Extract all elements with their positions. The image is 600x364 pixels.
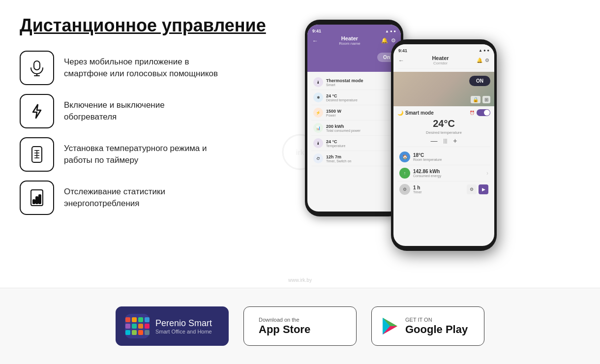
back-device-subtitle: Room name [339,41,360,46]
back-row-temp: ❄ 24 °C Desired temperature [311,90,397,105]
desired-temp-value: 24 °C [326,93,358,98]
timer-display-label: Timer [413,190,464,194]
back-gear-icon: ⚙ [391,37,396,44]
google-play-logo [381,317,399,335]
back-row-room-temp: 🌡 24 °C Temperature [311,136,397,151]
feature-icon-stats [20,181,54,215]
phone-back-screen: 9:41 ▲ ● ● ← Heater Room name 🔔 ⚙ [307,25,401,212]
front-temp-label: Desired temperature [397,130,490,135]
desired-temp-icon: ❄ [313,92,323,102]
front-screen-header: 9:41 ▲ ● ● ← Heater Corridor 🔔 ⚙ [393,44,494,72]
power-value: 1500 W [326,109,341,114]
front-body: 🌙 Smart mode ⏰ 24°C Desired temperature [393,106,494,200]
back-nav: ← Heater Room name 🔔 ⚙ [312,35,396,46]
clock-icon: ⏰ [470,111,475,115]
phone-back: 9:41 ▲ ● ● ← Heater Room name 🔔 ⚙ [305,20,403,216]
googleplay-text-area: GET IT ON Google Play [405,317,468,335]
smart-mode-toggle[interactable] [477,109,490,116]
perenio-icon-area [125,314,150,338]
timer-settings-button[interactable]: ⚙ [467,184,477,194]
power-label: Power [326,114,341,117]
feature-item-voice: Через мобильное приложение всмартфоне ил… [20,51,295,85]
front-room-image: ON 🔒 ⊞ [393,72,494,106]
chevron-right-icon: › [486,170,488,177]
timer-actions: ⚙ ▶ [467,184,488,194]
back-row-energy: 📊 200 kWh Total consumed power [311,121,397,136]
thermostat-label: Smart [326,83,363,87]
back-screen-body: 🌡 Thermostat mode Smart ❄ 24 °C Desired … [307,72,401,169]
lock-icon: 🔒 [471,96,480,103]
smart-mode-label: Smart mode [405,110,434,116]
google-play-icon-area [381,317,399,335]
perenio-badge[interactable]: Perenio Smart Smart Office and Home [116,306,229,346]
feature-icon-voice [20,51,54,85]
appstore-badge[interactable]: Download on the App Store [243,306,357,346]
timer-display-value: 1 h [413,185,464,190]
front-nav: ← Heater Corridor 🔔 ⚙ [398,55,489,69]
googleplay-main-text: Google Play [405,324,468,335]
phone-front-screen: 9:41 ▲ ● ● ← Heater Corridor 🔔 ⚙ [393,44,494,246]
feature-text-timer: Установка температурного режима иработы … [64,143,207,166]
temp-controls: — ||| + [397,137,490,145]
smart-mode-icon: 🌙 [397,110,403,116]
back-bell-icon: 🔔 [381,37,388,44]
desired-temp-label: Desired temperature [326,98,358,102]
feature-text-stats: Отслеживание статистикиэнергопотребления [64,186,165,210]
grid-view-icon: ⊞ [482,96,490,103]
back-row-power: ⚡ 1500 W Power [311,105,397,121]
feature-text-power: Включение и выключениеобогревателя [64,99,165,123]
back-status-icons: ▲ ● ● [385,29,396,33]
googleplay-badge[interactable]: GET IT ON Google Play [371,306,484,346]
bottom-watermark: www.irk.by [288,277,312,283]
thermostat-icon: 🌡 [313,77,323,87]
front-status-icons: ▲ ● ● [479,48,489,53]
timer-icon: ⏱ [313,153,323,163]
energy-consumed-icon: ↑ [399,168,410,179]
front-arrow-icon: ← [398,57,404,64]
smart-mode-section: 🌙 Smart mode ⏰ [397,109,490,116]
thermostat-value: Thermostat mode [326,78,363,83]
store-badges-section: Perenio Smart Smart Office and Home Down… [0,288,600,364]
lightning-icon [28,102,46,120]
energy-consumed-label: Consumed energy [413,174,483,178]
front-on-button[interactable]: ON [469,76,490,86]
feature-text-voice: Через мобильное приложение всмартфоне ил… [64,56,218,80]
microphone-icon [28,59,46,77]
back-row-thermostat: 🌡 Thermostat mode Smart [311,75,397,90]
back-arrow-icon: ← [312,37,318,44]
perenio-text-area: Perenio Smart Smart Office and Home [155,318,212,334]
increase-temp-button[interactable]: + [453,137,457,145]
feature-item-timer: Установка температурного режима иработы … [20,137,295,172]
svg-rect-10 [33,200,35,204]
perenio-subtitle: Smart Office and Home [155,329,212,334]
equalizer-icon: ||| [444,138,448,144]
appstore-main-text: App Store [259,324,310,335]
room-temp-value: 24 °C [326,139,345,144]
phones-section: 9:41 ▲ ● ● ← Heater Room name 🔔 ⚙ [295,20,502,275]
energy-label: Total consumed power [326,129,360,132]
timer-play-button[interactable]: ▶ [479,184,488,194]
room-temp-value: 18°C [413,152,488,158]
front-temp-display: 24°C [397,118,490,129]
back-status-time: 9:41 [312,29,321,33]
front-status-bar: 9:41 ▲ ● ● [398,48,489,53]
decrease-temp-button[interactable]: — [431,137,438,145]
front-room-temp-row: 🏠 18°C Room temperature [397,149,490,165]
timer-label: Timer, Switch on [326,159,351,163]
back-status-bar: 9:41 ▲ ● ● [312,29,396,33]
energy-icon: 📊 [313,123,323,133]
front-gear-icon: ⚙ [485,58,489,63]
svg-rect-11 [36,197,38,204]
page-title: Дистанционное управление [20,15,295,36]
phone-front: 9:41 ▲ ● ● ← Heater Corridor 🔔 ⚙ [391,39,497,251]
feature-item-power: Включение и выключениеобогревателя [20,94,295,128]
feature-item-stats: Отслеживание статистикиэнергопотребления [20,181,295,215]
perenio-dots [125,317,150,335]
front-device-subtitle: Corridor [432,61,449,65]
front-timer-row: ⚙ 1 h Timer ⚙ ▶ [397,182,490,197]
appstore-pre-text: Download on the [259,317,310,323]
svg-rect-0 [34,61,40,70]
front-device-title: Heater [432,55,449,61]
phone-grid-icon [28,146,46,163]
front-bell-icon: 🔔 [477,58,482,63]
